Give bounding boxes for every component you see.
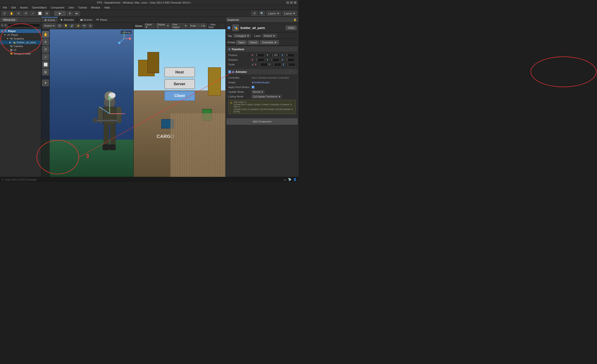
scene-game-split: Shaded ▼ 2D 💡 🔊 ✨ 📷 ⚙: [41, 23, 225, 182]
update-mode-dropdown[interactable]: Normal ▼: [251, 90, 265, 94]
active-checkbox[interactable]: ✓: [228, 26, 230, 29]
animator-context-icon[interactable]: ⋮: [293, 70, 296, 74]
inspector-lock-btn[interactable]: 🔒: [293, 18, 297, 21]
game-buttons: Host Server Client: [164, 67, 195, 101]
menu-jobs[interactable]: Jobs: [66, 6, 76, 9]
rotate-scene-btn[interactable]: ↺: [42, 46, 49, 53]
game-toolbar: Game Game ▼ Display 1 ▼ Free Aspect ▼ Sc…: [134, 23, 225, 29]
gizmo-btn[interactable]: ⚙: [88, 24, 93, 28]
layer-dropdown[interactable]: Default ▼: [262, 34, 277, 38]
select-btn[interactable]: Select: [248, 40, 259, 45]
tree-item-soldier[interactable]: ▶ 🎭 Soldier_all_parts: [0, 40, 41, 44]
tree-item-weapon[interactable]: 🔫 WeaponHolder: [0, 52, 41, 56]
position-label: Position: [228, 54, 251, 56]
menu-help[interactable]: Help: [102, 6, 112, 9]
tree-item-player[interactable]: ▼ 🎮 Player: [0, 33, 41, 37]
move-scene-btn[interactable]: ✛: [42, 39, 49, 45]
layout-dropdown[interactable]: Layout ▼: [283, 11, 297, 16]
step-btn[interactable]: ⏭: [74, 11, 80, 16]
rotate-tool-btn[interactable]: ↺: [23, 11, 29, 16]
tab-animator[interactable]: ▶ Animator: [58, 17, 77, 22]
pause-btn[interactable]: ⏸: [67, 11, 73, 16]
apply-root-checkbox[interactable]: ✓: [251, 86, 254, 89]
transform-scene-btn[interactable]: ⊞: [42, 69, 49, 75]
window-controls[interactable]: ─ □ ✕: [286, 1, 297, 4]
apply-root-row: Apply Root Motion ✓: [228, 85, 296, 90]
menu-assets[interactable]: Assets: [18, 6, 30, 9]
rot-z-input[interactable]: [285, 58, 294, 62]
unity-logo-btn[interactable]: ⊙: [1, 11, 8, 16]
lighting-btn[interactable]: 💡: [63, 24, 68, 28]
search-btn[interactable]: 🔍: [259, 11, 265, 16]
open-btn[interactable]: Open: [236, 40, 247, 45]
game-more-btn[interactable]: ⋮: [221, 24, 224, 27]
transform-tool-btn[interactable]: ⊞: [44, 11, 50, 16]
pos-x-input[interactable]: [255, 53, 264, 57]
menu-file[interactable]: File: [1, 6, 9, 9]
menu-component[interactable]: Component: [49, 6, 66, 9]
move-tool-btn[interactable]: ✛: [16, 11, 22, 16]
play-btn[interactable]: ▶: [54, 11, 66, 16]
scale-dropdown[interactable]: Scale ⚫ 1.5x: [189, 23, 206, 29]
server-button[interactable]: Server: [164, 79, 195, 89]
scale-scene-btn[interactable]: ⤢: [42, 54, 49, 60]
rot-y-input[interactable]: [270, 58, 279, 62]
rot-x-input[interactable]: [255, 58, 264, 62]
audio-btn[interactable]: 🔊: [69, 24, 75, 28]
tab-player[interactable]: 🎮 Player: [94, 17, 109, 22]
display-dropdown[interactable]: Display 1 ▼: [156, 23, 170, 29]
tree-item-camera[interactable]: 📷 Camera: [0, 44, 41, 48]
scale-xyz: ⛓ X Y Z: [251, 63, 296, 66]
menu-window[interactable]: Window: [89, 6, 102, 9]
2d-btn[interactable]: 2D: [57, 24, 62, 28]
hand-tool-btn[interactable]: ✋: [8, 11, 15, 16]
animator-comp-header[interactable]: ✓ ▶ Animator ? ⋮: [227, 69, 297, 74]
rect-tool-btn[interactable]: ⬜: [37, 11, 43, 16]
add-component-btn[interactable]: Add Component: [227, 118, 298, 125]
hierarchy-add-btn[interactable]: +: [1, 23, 4, 27]
tree-item-ui[interactable]: 🖼 UI: [0, 48, 41, 52]
hand-scene-btn[interactable]: ✋: [42, 31, 49, 38]
culling-mode-dropdown[interactable]: Cull Update Transforms ▼: [251, 95, 282, 99]
maximize-btn[interactable]: □: [290, 1, 293, 4]
pos-z-input[interactable]: [285, 53, 294, 57]
client-button[interactable]: Client: [164, 91, 195, 101]
close-btn[interactable]: ✕: [294, 1, 297, 4]
pos-y-label: Y: [267, 54, 269, 56]
scale-tool-btn[interactable]: ⤢: [30, 11, 36, 16]
extra-scene-btn[interactable]: ✦: [42, 80, 49, 86]
scale-y-input[interactable]: [272, 63, 281, 66]
context-menu-icon[interactable]: ⋮: [293, 48, 296, 51]
info-icon: ⚠: [230, 101, 233, 105]
hierarchy-search[interactable]: [8, 23, 40, 27]
fx-btn[interactable]: ✨: [75, 24, 81, 28]
game-tab-btn[interactable]: Game ▼: [144, 23, 155, 29]
tree-item-player-root[interactable]: ▼ 👁 Player: [0, 29, 41, 33]
hierarchy-all-btn[interactable]: ≡: [4, 23, 7, 27]
scene-cam-btn[interactable]: 📷: [82, 24, 87, 28]
menu-gameobject[interactable]: GameObject: [30, 6, 48, 9]
animator-active-checkbox[interactable]: ✓: [228, 70, 231, 73]
controller-label: Controller: [228, 76, 251, 79]
layers-dropdown[interactable]: Layers ▼: [267, 11, 281, 16]
menu-tutorial[interactable]: Tutorial: [76, 6, 89, 9]
svg-rect-18: [94, 120, 118, 121]
shading-dropdown[interactable]: Shaded ▼: [43, 23, 56, 29]
static-btn[interactable]: Static: [286, 26, 297, 30]
host-button[interactable]: Host: [164, 67, 195, 77]
menu-edit[interactable]: Edit: [9, 6, 18, 9]
overrides-btn[interactable]: Overrides ▼: [260, 40, 279, 45]
undo-history-btn[interactable]: ↺: [251, 11, 258, 16]
tree-item-graphics[interactable]: ▼ 📷 Graphics: [0, 37, 41, 40]
scale-x-input[interactable]: [258, 63, 268, 66]
tab-scene[interactable]: 🖥 Scene: [41, 17, 58, 22]
aspect-dropdown[interactable]: Free Aspect ▼: [171, 23, 188, 29]
tag-dropdown[interactable]: Untagged ▼: [233, 34, 251, 38]
scale-z-input[interactable]: [286, 63, 295, 66]
rect-scene-btn[interactable]: ⬜: [42, 61, 49, 68]
pos-y-input[interactable]: [270, 53, 279, 57]
transform-header[interactable]: ⊕ Transform ? ⋮: [227, 47, 297, 52]
minimize-btn[interactable]: ─: [286, 1, 289, 4]
tab-scenes[interactable]: 🏔 Scenes: [78, 17, 94, 22]
hierarchy-tab[interactable]: Hierarchy: [1, 18, 17, 22]
